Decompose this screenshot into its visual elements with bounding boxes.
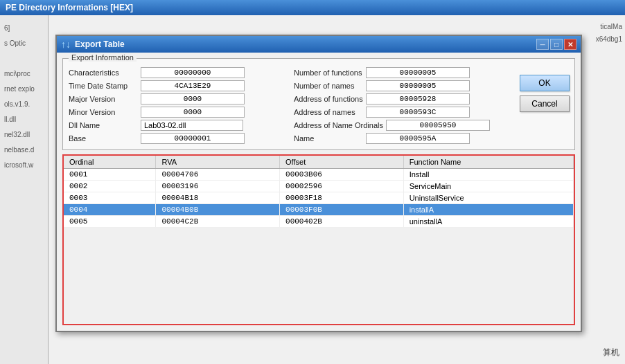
cancel-button[interactable]: Cancel [520,95,570,112]
table-cell-ordinal: 0005 [64,216,156,228]
addr-name-ordinals-row: Address of Name Ordinals [294,120,513,131]
addr-functions-row: Address of functions [294,93,513,104]
sidebar-item: icrosoft.w [4,158,44,173]
table-row[interactable]: 00010000470600003B06Install [64,169,574,181]
dialog-body: Export Information Characteristics Time … [57,53,581,331]
time-date-stamp-value[interactable] [141,80,245,91]
ok-button[interactable]: OK [520,75,570,91]
maximize-button[interactable]: □ [550,39,563,50]
table-cell-name: uninstallA [403,216,573,228]
col-function-name: Function Name [403,156,573,169]
table-row[interactable]: 000400004B0B00003F0BinstallA [64,204,574,216]
sidebar-item: 6] [4,21,44,36]
sidebar-item [4,51,44,66]
table-cell-rva: 00003196 [156,181,280,192]
table-cell-name: UninstallService [403,192,573,204]
table-cell-ordinal: 0004 [64,204,156,216]
addr-name-ordinals-label: Address of Name Ordinals [294,121,383,129]
table-cell-offset: 00003B06 [280,169,404,181]
table-cell-offset: 00003F18 [280,192,404,204]
sidebar-item: rnet explo [4,82,44,97]
dll-name-label: Dll Name [69,121,138,129]
characteristics-label: Characteristics [69,69,138,77]
sidebar-item: ll.dll [4,112,44,127]
table-row[interactable]: 000500004C2B0000402BuninstallA [64,216,574,228]
name-value[interactable] [366,133,470,144]
col-offset: Offset [280,156,404,169]
bg-title-text: PE Directory Informations [HEX] [6,3,133,12]
bg-sidebar-items: 6] s Optic mci\proc rnet explo ols.v1.9.… [1,18,46,176]
table-cell-offset: 00002596 [280,181,404,192]
minor-version-row: Minor Version [69,107,288,118]
table-cell-rva: 00004B18 [156,192,280,204]
base-row: Base [69,133,288,144]
major-version-value[interactable] [141,93,245,104]
table-row[interactable]: 00020000319600002596ServiceMain [64,181,574,192]
name-row: Name [294,133,513,144]
function-table-container: Ordinal RVA Offset Function Name 0001000… [62,154,575,325]
table-cell-ordinal: 0001 [64,169,156,181]
dll-name-value[interactable] [141,120,243,131]
minimize-button[interactable]: ─ [536,39,549,50]
addr-names-value[interactable] [366,107,470,118]
base-label: Base [69,134,138,143]
num-names-label: Number of names [294,82,363,90]
major-version-label: Major Version [69,95,138,103]
function-table-wrapper[interactable]: Ordinal RVA Offset Function Name 0001000… [64,156,574,324]
minor-version-label: Minor Version [69,108,138,116]
table-header-row: Ordinal RVA Offset Function Name [64,156,574,169]
table-cell-offset: 00003F0B [280,204,404,216]
table-cell-ordinal: 0002 [64,181,156,192]
col-ordinal: Ordinal [64,156,156,169]
group-label: Export Information [69,53,137,62]
dialog-titlebar: ↑↓ Export Table ─ □ ✕ [57,36,581,53]
table-cell-name: Install [403,169,573,181]
num-names-row: Number of names [294,80,513,91]
characteristics-row: Characteristics [69,67,288,78]
bg-bottom-right: 算机 [603,347,619,358]
num-functions-label: Number of functions [294,69,363,77]
sidebar-item: nel32.dll [4,127,44,143]
time-date-stamp-row: Time Date Stamp [69,80,288,91]
addr-names-row: Address of names [294,107,513,118]
sidebar-item: nelbase.d [4,143,44,158]
minor-version-value[interactable] [141,107,245,118]
table-cell-rva: 00004B0B [156,204,280,216]
table-cell-offset: 0000402B [280,216,404,228]
time-date-stamp-label: Time Date Stamp [69,82,138,90]
dll-name-row: Dll Name [69,120,288,131]
bg-titlebar: PE Directory Informations [HEX] [0,0,625,15]
addr-functions-value[interactable] [366,93,470,104]
table-cell-rva: 00004706 [156,169,280,181]
base-value[interactable] [141,133,245,144]
bg-sidebar: 6] s Optic mci\proc rnet explo ols.v1.9.… [0,15,49,364]
table-cell-name: ServiceMain [403,181,573,192]
dialog-title-controls[interactable]: ─ □ ✕ [536,39,576,50]
num-functions-value[interactable] [366,67,470,78]
dialog-title-icon: ↑↓ [61,39,71,50]
function-table: Ordinal RVA Offset Function Name 0001000… [64,156,574,228]
sidebar-item: ols.v1.9. [4,97,44,112]
sidebar-item: s Optic [4,36,44,51]
export-table-dialog: ↑↓ Export Table ─ □ ✕ Export Information… [55,35,582,332]
table-cell-name: installA [403,204,573,216]
export-info-group: Export Information Characteristics Time … [62,58,575,150]
addr-functions-label: Address of functions [294,95,363,103]
major-version-row: Major Version [69,93,288,104]
num-names-value[interactable] [366,80,470,91]
dialog-title-left: ↑↓ Export Table [61,39,125,50]
table-cell-ordinal: 0003 [64,192,156,204]
addr-name-ordinals-value[interactable] [386,120,490,131]
num-functions-row: Number of functions [294,67,513,78]
col-rva: RVA [156,156,280,169]
characteristics-value[interactable] [141,67,245,78]
addr-names-label: Address of names [294,108,363,116]
table-cell-rva: 00004C2B [156,216,280,228]
close-button[interactable]: ✕ [564,39,576,50]
sidebar-item: mci\proc [4,66,44,82]
dialog-buttons: OK Cancel [520,75,570,112]
dialog-title-text: Export Table [75,39,125,49]
dialog-overlay: ↑↓ Export Table ─ □ ✕ Export Information… [49,21,617,339]
name-label: Name [294,134,363,143]
table-row[interactable]: 000300004B1800003F18UninstallService [64,192,574,204]
